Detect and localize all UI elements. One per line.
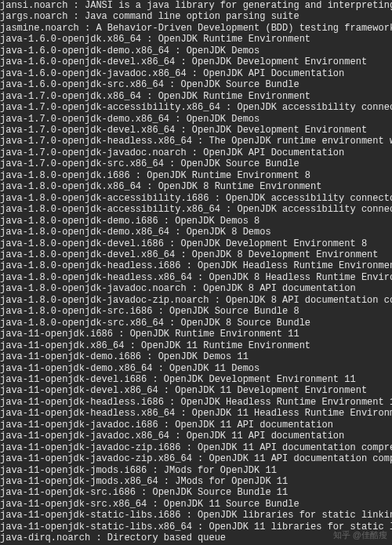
terminal-line: java-1.7.0-openjdk-devel.x86_64 : OpenJD… [0, 125, 392, 136]
terminal-line: java-11-openjdk-demo.x86_64 : OpenJDK 11… [0, 363, 392, 374]
terminal-line: java-1.7.0-openjdk-src.x86_64 : OpenJDK … [0, 158, 392, 169]
terminal-line: java-1.8.0-openjdk-src.i686 : OpenJDK So… [0, 306, 392, 317]
terminal-line: java-11-openjdk-jmods.x86_64 : JMods for… [0, 476, 392, 487]
terminal-line: java-1.8.0-openjdk-devel.i686 : OpenJDK … [0, 238, 392, 249]
terminal-output: jansi.noarch : JANSI is a java library f… [0, 0, 392, 544]
terminal-line: java-11-openjdk-demo.i686 : OpenJDK Demo… [0, 351, 392, 362]
terminal-line: jasmine.noarch : A Behavior-Driven Devel… [0, 23, 392, 34]
terminal-line: java-1.8.0-openjdk-javadoc.noarch : Open… [0, 283, 392, 294]
terminal-line: java-11-openjdk-devel.x86_64 : OpenJDK 1… [0, 385, 392, 396]
terminal-line: java-1.8.0-openjdk-accessibility.x86_64 … [0, 204, 392, 215]
terminal-line: java-1.8.0-openjdk.i686 : OpenJDK Runtim… [0, 170, 392, 181]
terminal-line: java-11-openjdk.x86_64 : OpenJDK 11 Runt… [0, 340, 392, 351]
terminal-line: java-1.8.0-openjdk-accessibility.i686 : … [0, 193, 392, 204]
terminal-line: java-11-openjdk-headless.i686 : OpenJDK … [0, 397, 392, 408]
terminal-line: java-1.8.0-openjdk-demo.i686 : OpenJDK D… [0, 216, 392, 227]
terminal-line: java-1.7.0-openjdk-demo.x86_64 : OpenJDK… [0, 114, 392, 125]
terminal-line: java-1.8.0-openjdk.x86_64 : OpenJDK 8 Ru… [0, 181, 392, 192]
terminal-line: java-1.7.0-openjdk-javadoc.noarch : Open… [0, 147, 392, 158]
terminal-line: java-11-openjdk-javadoc.x86_64 : OpenJDK… [0, 431, 392, 441]
terminal-line: java-1.8.0-openjdk-src.x86_64 : OpenJDK … [0, 318, 392, 329]
terminal-line: java-1.7.0-openjdk.x86_64 : OpenJDK Runt… [0, 91, 392, 102]
terminal-line: java-11-openjdk-javadoc-zip.i686 : OpenJ… [0, 442, 392, 453]
terminal-line: java-11-openjdk-javadoc-zip.x86_64 : Ope… [0, 453, 392, 464]
terminal-line: java-1.6.0-openjdk-src.x86_64 : OpenJDK … [0, 79, 392, 90]
terminal-line: jansi.noarch : JANSI is a java library f… [0, 0, 392, 11]
terminal-line: java-11-openjdk-static-libs.i686 : OpenJ… [0, 510, 392, 521]
terminal-line: java-11-openjdk.i686 : OpenJDK Runtime E… [0, 329, 392, 340]
terminal-line: java-1.8.0-openjdk-headless.i686 : OpenJ… [0, 260, 392, 271]
terminal-line: java-1.8.0-openjdk-javadoc-zip.noarch : … [0, 295, 392, 306]
terminal-line: java-1.7.0-openjdk-headless.x86_64 : The… [0, 136, 392, 147]
terminal-line: java-1.6.0-openjdk.x86_64 : OpenJDK Runt… [0, 34, 392, 45]
terminal-line: java-1.8.0-openjdk-demo.x86_64 : OpenJDK… [0, 227, 392, 238]
terminal-line: java-11-openjdk-src.i686 : OpenJDK Sourc… [0, 487, 392, 498]
terminal-line: java-1.7.0-openjdk-accessibility.x86_64 … [0, 102, 392, 113]
terminal-line: java-11-openjdk-static-libs.x86_64 : Ope… [0, 521, 392, 532]
terminal-line: java-11-openjdk-jmods.i686 : JMods for O… [0, 465, 392, 476]
terminal-line: java-dirq.noarch : Directory based queue [0, 532, 392, 543]
terminal-line: java-11-openjdk-src.x86_64 : OpenJDK 11 … [0, 499, 392, 510]
terminal-line: jargs.noarch : Java command line option … [0, 11, 392, 22]
terminal-line: java-11-openjdk-headless.x86_64 : OpenJD… [0, 408, 392, 419]
terminal-line: java-1.8.0-openjdk-devel.x86_64 : OpenJD… [0, 249, 392, 260]
terminal-line: java-1.6.0-openjdk-javadoc.x86_64 : Open… [0, 68, 392, 79]
terminal-line: java-1.6.0-openjdk-demo.x86_64 : OpenJDK… [0, 45, 392, 56]
terminal-line: java-1.6.0-openjdk-devel.x86_64 : OpenJD… [0, 56, 392, 67]
terminal-line: java-11-openjdk-devel.i686 : OpenJDK Dev… [0, 374, 392, 385]
terminal-line: java-1.8.0-openjdk-headless.x86_64 : Ope… [0, 272, 392, 283]
terminal-line: java-11-openjdk-javadoc.i686 : OpenJDK 1… [0, 420, 392, 431]
